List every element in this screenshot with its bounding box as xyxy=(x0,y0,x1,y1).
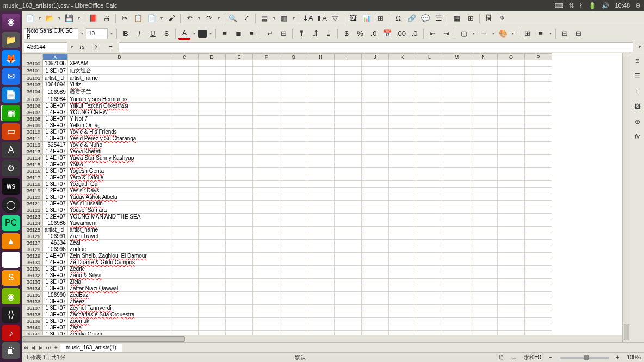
row-header[interactable]: 36129 xyxy=(22,253,43,259)
cell[interactable] xyxy=(280,298,307,305)
cell[interactable] xyxy=(443,305,470,311)
cell[interactable] xyxy=(252,96,280,103)
cell[interactable] xyxy=(225,201,252,207)
cell[interactable] xyxy=(470,67,497,75)
cell[interactable] xyxy=(388,82,416,88)
cell[interactable] xyxy=(307,129,334,135)
cell[interactable] xyxy=(497,214,524,220)
cell[interactable] xyxy=(361,188,388,194)
cell[interactable] xyxy=(171,285,198,292)
cell[interactable] xyxy=(361,240,388,246)
valign-bottom-button[interactable]: ⤓ xyxy=(323,28,335,40)
cell[interactable] xyxy=(334,298,361,305)
cell[interactable] xyxy=(497,188,524,194)
cell[interactable] xyxy=(225,272,252,279)
vscode-icon[interactable]: ⟨⟩ xyxy=(2,307,20,323)
nvidia-icon[interactable]: ◉ xyxy=(2,288,20,304)
save-dropdown[interactable]: ▾ xyxy=(77,16,81,21)
cell[interactable] xyxy=(497,311,524,318)
cell[interactable] xyxy=(388,116,416,122)
cell[interactable] xyxy=(416,266,443,272)
cell[interactable] xyxy=(252,174,280,181)
cell[interactable] xyxy=(361,311,388,318)
cell[interactable] xyxy=(171,266,198,272)
cell[interactable] xyxy=(307,207,334,214)
cell[interactable]: 1.3E+07 xyxy=(43,67,68,75)
row-header[interactable]: 36103 xyxy=(22,82,43,88)
row-header[interactable]: 36117 xyxy=(22,174,43,181)
cell[interactable] xyxy=(171,253,198,259)
spellcheck-button[interactable]: ✓ xyxy=(240,13,252,24)
cell[interactable] xyxy=(225,305,252,311)
cell[interactable] xyxy=(416,148,443,155)
cell[interactable]: 1.2E+07 xyxy=(43,188,68,194)
cell[interactable] xyxy=(443,227,470,233)
sidebar-gallery-icon[interactable]: 🖼 xyxy=(632,101,643,112)
cell[interactable] xyxy=(252,194,280,201)
draw-button[interactable]: ✎ xyxy=(496,13,508,24)
cell[interactable] xyxy=(443,324,470,331)
row-header[interactable]: 36111 xyxy=(22,135,43,142)
cell[interactable] xyxy=(388,259,416,266)
cell[interactable] xyxy=(198,227,225,233)
name-box[interactable]: A36144 xyxy=(24,42,67,52)
cell[interactable] xyxy=(280,194,307,201)
cell[interactable] xyxy=(198,324,225,331)
cell[interactable] xyxy=(198,279,225,285)
cell[interactable] xyxy=(171,96,198,103)
cell[interactable] xyxy=(361,109,388,116)
cell[interactable] xyxy=(388,161,416,168)
column-header[interactable]: A xyxy=(43,54,68,60)
cell[interactable] xyxy=(225,298,252,305)
cell[interactable] xyxy=(361,285,388,292)
cell[interactable] xyxy=(497,96,524,103)
row-header[interactable]: 36130 xyxy=(22,259,43,266)
cell[interactable] xyxy=(307,305,334,311)
cell[interactable] xyxy=(388,103,416,109)
cell[interactable]: Zoomuk xyxy=(67,318,171,324)
cell[interactable] xyxy=(252,246,280,253)
cell[interactable]: 1.4E+07 xyxy=(43,259,68,266)
bluetooth-icon[interactable]: ᛒ xyxy=(579,2,583,9)
cell[interactable]: Yılkut Tezcan Orkestrası xyxy=(67,103,171,109)
cell[interactable] xyxy=(252,214,280,220)
cell[interactable] xyxy=(252,188,280,194)
pivot-button[interactable]: ⊞ xyxy=(374,13,386,24)
insert-chart-button[interactable]: 📊 xyxy=(361,13,373,24)
cell[interactable] xyxy=(171,188,198,194)
cell[interactable] xyxy=(198,116,225,122)
increase-indent-button[interactable]: ⇥ xyxy=(440,28,452,40)
cell[interactable] xyxy=(280,285,307,292)
cell[interactable] xyxy=(280,60,307,67)
font-name-input[interactable]: Noto Sans CJK SC R xyxy=(24,28,78,39)
cell[interactable]: 1.3E+07 xyxy=(43,103,68,109)
row-header[interactable]: 36119 xyxy=(22,188,43,194)
cell[interactable] xyxy=(416,96,443,103)
cell[interactable]: Yes'sir Days xyxy=(67,188,171,194)
cell[interactable] xyxy=(307,285,334,292)
sidebar-properties-icon[interactable]: ☰ xyxy=(632,71,643,82)
horizontal-scrollbar[interactable] xyxy=(22,335,622,342)
cell[interactable] xyxy=(252,240,280,246)
cell[interactable] xyxy=(334,253,361,259)
chrome-icon[interactable]: ◉ xyxy=(2,252,20,268)
sublime-icon[interactable]: S xyxy=(2,270,20,286)
zoom-out-button[interactable]: − xyxy=(549,354,552,360)
cell[interactable] xyxy=(443,207,470,214)
cell[interactable]: 106984 xyxy=(43,96,68,103)
cell[interactable] xyxy=(443,253,470,259)
cell[interactable]: 仙女组合 xyxy=(67,67,171,75)
cell[interactable] xyxy=(198,305,225,311)
cell[interactable]: 1.3E+07 xyxy=(43,174,68,181)
cell[interactable] xyxy=(171,311,198,318)
cell[interactable] xyxy=(334,129,361,135)
cell[interactable] xyxy=(416,174,443,181)
thunderbird-icon[interactable]: ✉ xyxy=(2,68,20,85)
cell[interactable]: Zaffar Niazi Qawwal xyxy=(67,285,171,292)
cell[interactable] xyxy=(252,148,280,155)
cell[interactable] xyxy=(280,246,307,253)
cell[interactable] xyxy=(361,155,388,161)
cell[interactable] xyxy=(497,135,524,142)
cell[interactable] xyxy=(280,161,307,168)
row-header[interactable]: 36124 xyxy=(22,220,43,227)
